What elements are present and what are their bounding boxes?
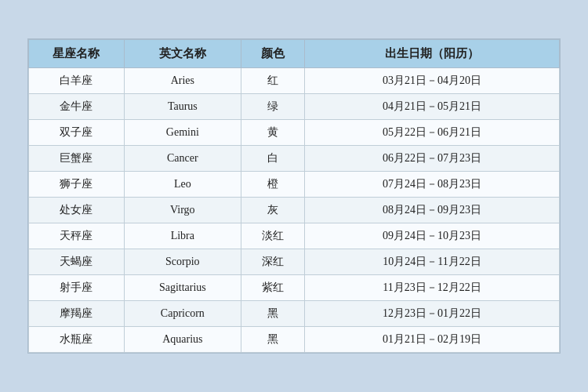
cell-english: Taurus xyxy=(124,94,241,120)
cell-date: 08月24日－09月23日 xyxy=(305,198,560,223)
cell-chinese: 双子座 xyxy=(29,120,125,146)
table-header-row: 星座名称 英文名称 颜色 出生日期（阳历） xyxy=(29,40,560,68)
cell-date: 03月21日－04月20日 xyxy=(305,68,560,94)
table-row: 摩羯座Capricorn黑12月23日－01月22日 xyxy=(29,301,560,327)
header-chinese: 星座名称 xyxy=(29,40,125,68)
table-row: 射手座Sagittarius紫红11月23日－12月22日 xyxy=(29,275,560,301)
cell-chinese: 射手座 xyxy=(29,275,125,301)
table-row: 巨蟹座Cancer白06月22日－07月23日 xyxy=(29,146,560,172)
cell-chinese: 摩羯座 xyxy=(29,301,125,327)
cell-color: 黑 xyxy=(241,327,304,353)
table-row: 金牛座Taurus绿04月21日－05月21日 xyxy=(29,94,560,120)
table-body: 白羊座Aries红03月21日－04月20日金牛座Taurus绿04月21日－0… xyxy=(29,68,560,353)
table-row: 白羊座Aries红03月21日－04月20日 xyxy=(29,68,560,94)
cell-color: 紫红 xyxy=(241,275,304,301)
cell-chinese: 白羊座 xyxy=(29,68,125,94)
table-row: 处女座Virgo灰08月24日－09月23日 xyxy=(29,198,560,223)
cell-date: 01月21日－02月19日 xyxy=(305,327,560,353)
cell-chinese: 狮子座 xyxy=(29,172,125,198)
cell-chinese: 天蝎座 xyxy=(29,249,125,275)
cell-chinese: 处女座 xyxy=(29,198,125,223)
cell-date: 11月23日－12月22日 xyxy=(305,275,560,301)
header-date: 出生日期（阳历） xyxy=(305,40,560,68)
cell-date: 06月22日－07月23日 xyxy=(305,146,560,172)
cell-english: Aries xyxy=(124,68,241,94)
cell-color: 红 xyxy=(241,68,304,94)
cell-english: Aquarius xyxy=(124,327,241,353)
cell-color: 绿 xyxy=(241,94,304,120)
table-row: 狮子座Leo橙07月24日－08月23日 xyxy=(29,172,560,198)
cell-color: 黑 xyxy=(241,301,304,327)
cell-color: 灰 xyxy=(241,198,304,223)
cell-color: 深红 xyxy=(241,249,304,275)
cell-date: 04月21日－05月21日 xyxy=(305,94,560,120)
cell-date: 12月23日－01月22日 xyxy=(305,301,560,327)
cell-english: Capricorn xyxy=(124,301,241,327)
zodiac-table: 星座名称 英文名称 颜色 出生日期（阳历） 白羊座Aries红03月21日－04… xyxy=(28,39,560,353)
cell-english: Virgo xyxy=(124,198,241,223)
cell-color: 黄 xyxy=(241,120,304,146)
cell-chinese: 水瓶座 xyxy=(29,327,125,353)
cell-date: 05月22日－06月21日 xyxy=(305,120,560,146)
cell-date: 10月24日－11月22日 xyxy=(305,249,560,275)
table-row: 双子座Gemini黄05月22日－06月21日 xyxy=(29,120,560,146)
cell-english: Libra xyxy=(124,223,241,249)
cell-english: Sagittarius xyxy=(124,275,241,301)
cell-color: 橙 xyxy=(241,172,304,198)
cell-chinese: 巨蟹座 xyxy=(29,146,125,172)
cell-english: Scorpio xyxy=(124,249,241,275)
cell-english: Leo xyxy=(124,172,241,198)
cell-color: 白 xyxy=(241,146,304,172)
table-row: 天秤座Libra淡红09月24日－10月23日 xyxy=(29,223,560,249)
table-row: 水瓶座Aquarius黑01月21日－02月19日 xyxy=(29,327,560,353)
cell-english: Gemini xyxy=(124,120,241,146)
cell-date: 07月24日－08月23日 xyxy=(305,172,560,198)
cell-english: Cancer xyxy=(124,146,241,172)
cell-color: 淡红 xyxy=(241,223,304,249)
cell-chinese: 天秤座 xyxy=(29,223,125,249)
header-english: 英文名称 xyxy=(124,40,241,68)
cell-chinese: 金牛座 xyxy=(29,94,125,120)
header-color: 颜色 xyxy=(241,40,304,68)
zodiac-table-container: 星座名称 英文名称 颜色 出生日期（阳历） 白羊座Aries红03月21日－04… xyxy=(27,38,561,354)
table-row: 天蝎座Scorpio深红10月24日－11月22日 xyxy=(29,249,560,275)
cell-date: 09月24日－10月23日 xyxy=(305,223,560,249)
